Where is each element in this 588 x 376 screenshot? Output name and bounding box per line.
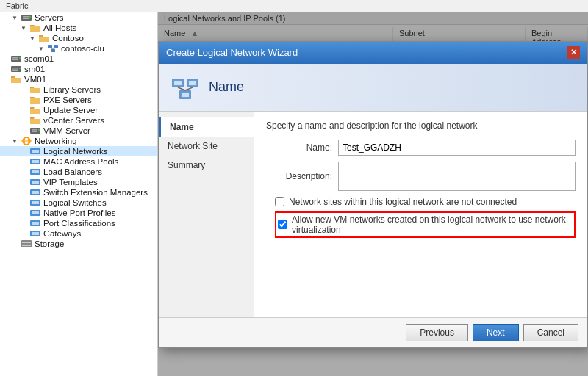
svg-rect-53	[182, 93, 189, 97]
svg-rect-31	[32, 181, 39, 184]
sidebar-item-storage[interactable]: Storage	[0, 239, 157, 249]
sidebar-item-sm01[interactable]: sm01	[0, 64, 157, 74]
sidebar-item-all-hosts[interactable]: ▼All Hosts	[0, 23, 157, 33]
svg-rect-5	[54, 45, 58, 48]
item-icon-contoso	[38, 34, 50, 43]
sidebar-item-vcenter-servers[interactable]: vCenter Servers	[0, 115, 157, 126]
svg-rect-37	[32, 212, 39, 214]
item-icon-gateways	[29, 229, 41, 238]
name-input[interactable]	[338, 140, 576, 156]
expand-icon-sm01	[0, 65, 9, 73]
svg-rect-29	[32, 170, 39, 173]
svg-point-20	[38, 129, 40, 131]
item-icon-native-port-profiles	[29, 209, 41, 217]
dialog-close-button[interactable]: ✕	[567, 46, 580, 59]
checkbox1[interactable]	[275, 197, 284, 206]
wizard-step-network-site[interactable]: Network Site	[159, 137, 254, 156]
expand-icon-storage	[10, 239, 19, 248]
wizard-step-summary[interactable]: Summary	[159, 156, 254, 175]
expand-icon-vmm-server	[19, 126, 28, 135]
dialog-overlay: Create Logical Network Wizard ✕	[158, 12, 588, 376]
sidebar-item-mac-address-pools[interactable]: MAC Address Pools	[0, 156, 157, 167]
sidebar-item-library-servers[interactable]: Library Servers	[0, 84, 157, 95]
sidebar-item-logical-switches[interactable]: Logical Switches	[0, 198, 157, 208]
wizard-content: Specify a name and description for the l…	[254, 112, 587, 317]
sidebar-item-contoso-clu[interactable]: ▼contoso-clu	[0, 43, 157, 54]
svg-rect-19	[32, 131, 37, 133]
expand-icon-switch-extension-managers	[19, 188, 28, 197]
svg-rect-42	[21, 240, 32, 247]
sidebar-item-label-vip-templates: VIP Templates	[43, 178, 98, 187]
sidebar-item-gateways[interactable]: Gateways	[0, 228, 157, 239]
checkbox2[interactable]	[278, 220, 287, 229]
sidebar-item-load-balancers[interactable]: Load Balancers	[0, 167, 157, 177]
expand-icon-pxe-servers	[19, 95, 28, 104]
expand-icon-servers: ▼	[10, 13, 19, 22]
svg-rect-47	[174, 81, 182, 85]
svg-rect-33	[32, 191, 39, 194]
sidebar-item-label-servers: Servers	[35, 13, 64, 22]
item-icon-load-balancers	[29, 167, 41, 176]
item-icon-vmm-server	[29, 126, 41, 135]
expand-icon-scom01	[0, 54, 9, 63]
item-icon-logical-switches	[29, 198, 41, 207]
item-icon-library-servers	[29, 85, 41, 94]
sidebar-item-label-vm01: VM01	[24, 75, 46, 84]
sidebar-item-vip-templates[interactable]: VIP Templates	[0, 177, 157, 187]
svg-rect-27	[32, 160, 39, 163]
dialog-titlebar: Create Logical Network Wizard ✕	[159, 42, 587, 64]
sidebar-item-servers[interactable]: ▼Servers	[0, 12, 157, 23]
sidebar-item-label-switch-extension-managers: Switch Extension Managers	[43, 188, 148, 197]
wizard-step-name[interactable]: Name	[159, 118, 254, 137]
sidebar-item-logical-networks[interactable]: Logical Networks	[0, 146, 157, 156]
wizard-steps: Name Network Site Summary	[159, 112, 254, 317]
sidebar-item-label-networking: Networking	[35, 137, 77, 145]
description-input[interactable]	[338, 162, 576, 191]
sidebar-item-label-pxe-servers: PXE Servers	[43, 95, 92, 104]
svg-rect-1	[23, 16, 29, 18]
svg-rect-14	[12, 68, 18, 69]
svg-rect-4	[48, 45, 52, 48]
sidebar-item-native-port-profiles[interactable]: Native Port Profiles	[0, 208, 157, 218]
expand-icon-load-balancers	[19, 167, 28, 176]
item-icon-all-hosts	[29, 24, 41, 32]
item-icon-storage	[21, 239, 32, 248]
svg-rect-13	[11, 66, 21, 72]
sidebar-item-scom01[interactable]: scom01	[0, 54, 157, 64]
sidebar-item-networking[interactable]: ▼Networking	[0, 136, 157, 146]
description-row: Description:	[266, 162, 576, 191]
sidebar-item-update-server[interactable]: Update Server	[0, 105, 157, 115]
sidebar-item-pxe-servers[interactable]: PXE Servers	[0, 95, 157, 105]
sidebar-item-contoso[interactable]: ▼Contoso	[0, 33, 157, 43]
sidebar-item-port-classifications[interactable]: Port Classifications	[0, 218, 157, 228]
cancel-button[interactable]: Cancel	[523, 324, 578, 341]
sidebar-item-vmm-server[interactable]: VMM Server	[0, 126, 157, 136]
expand-icon-all-hosts: ▼	[19, 24, 28, 32]
sidebar-item-label-contoso-clu: contoso-clu	[61, 44, 104, 53]
sidebar-item-label-contoso: Contoso	[52, 34, 84, 43]
next-button[interactable]: Next	[473, 324, 519, 341]
svg-rect-41	[32, 232, 39, 235]
svg-rect-18	[32, 129, 37, 131]
svg-rect-9	[11, 56, 21, 62]
dialog-title: Create Logical Network Wizard	[166, 47, 298, 58]
svg-rect-10	[12, 57, 18, 59]
svg-rect-25	[32, 150, 39, 153]
sidebar-item-label-port-classifications: Port Classifications	[43, 219, 115, 228]
expand-icon-vm01	[0, 75, 9, 84]
sidebar-item-label-update-server: Update Server	[43, 106, 98, 115]
expand-icon-mac-address-pools	[19, 157, 28, 166]
item-icon-port-classifications	[29, 219, 41, 228]
item-icon-servers	[21, 13, 32, 22]
previous-button[interactable]: Previous	[406, 324, 468, 341]
dialog-header-title: Name	[209, 79, 244, 95]
expand-icon-contoso: ▼	[28, 34, 37, 43]
checkbox1-row: Network sites within this logical networ…	[275, 197, 576, 207]
svg-point-16	[19, 68, 21, 69]
sidebar-item-vm01[interactable]: VM01	[0, 74, 157, 84]
sidebar-item-switch-extension-managers[interactable]: Switch Extension Managers	[0, 187, 157, 198]
svg-point-3	[29, 16, 31, 18]
sidebar-item-label-mac-address-pools: MAC Address Pools	[43, 157, 118, 166]
expand-icon-contoso-clu: ▼	[37, 44, 46, 53]
sidebar-item-label-all-hosts: All Hosts	[43, 24, 76, 32]
